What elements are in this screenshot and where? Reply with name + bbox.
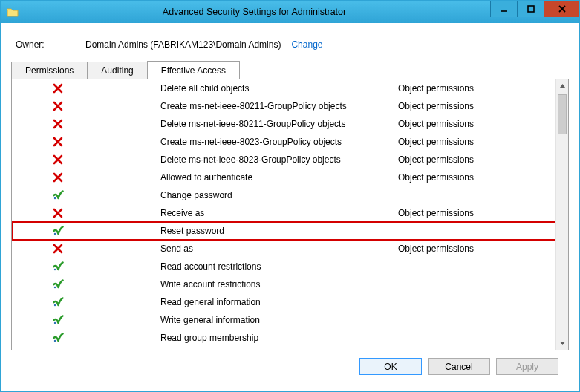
status-cell xyxy=(12,118,160,130)
table-row[interactable]: Read account restrictions xyxy=(12,258,555,275)
check-icon xyxy=(52,189,64,201)
permission-cell: Change password xyxy=(160,190,398,200)
status-cell xyxy=(12,100,160,112)
permission-cell: Write general information xyxy=(160,315,398,325)
deny-icon xyxy=(52,172,64,183)
permission-cell: Create ms-net-ieee-8023-GroupPolicy obje… xyxy=(160,137,398,147)
scroll-thumb[interactable] xyxy=(558,94,567,134)
permission-cell: Send as xyxy=(160,244,398,254)
access-limited-cell: Object permissions xyxy=(398,154,555,165)
check-icon xyxy=(52,332,64,344)
table-row[interactable]: Reset password xyxy=(12,222,555,240)
table-row[interactable]: Delete ms-net-ieee-80211-GroupPolicy obj… xyxy=(12,115,555,133)
table-row[interactable]: Read logon information xyxy=(12,347,555,350)
access-limited-cell: Object permissions xyxy=(398,137,555,147)
tab-auditing[interactable]: Auditing xyxy=(87,62,147,79)
svg-rect-4 xyxy=(528,6,534,12)
window-title: Advanced Security Settings for Administr… xyxy=(19,7,490,17)
status-cell xyxy=(12,207,160,219)
table-row[interactable]: Change password xyxy=(12,186,555,204)
access-limited-cell: Object permissions xyxy=(398,244,555,254)
status-cell xyxy=(12,296,160,308)
check-icon xyxy=(52,278,64,290)
scroll-up-button[interactable] xyxy=(556,79,568,92)
tab-effective-access[interactable]: Effective Access xyxy=(147,61,240,79)
table-row[interactable]: Send asObject permissions xyxy=(12,240,555,258)
status-cell xyxy=(12,243,160,255)
apply-button[interactable]: Apply xyxy=(496,358,558,375)
status-cell xyxy=(12,82,160,94)
window: Advanced Security Settings for Administr… xyxy=(0,0,580,392)
vertical-scrollbar[interactable] xyxy=(555,79,568,350)
deny-icon xyxy=(52,207,64,219)
table-row[interactable]: Delete all child objectsObject permissio… xyxy=(12,79,555,97)
ok-button[interactable]: OK xyxy=(359,358,422,375)
deny-icon xyxy=(52,118,64,130)
access-limited-cell: Object permissions xyxy=(398,119,555,129)
permissions-list: Delete all child objectsObject permissio… xyxy=(12,79,555,350)
owner-row: Owner: Domain Admins (FABRIKAM123\Domain… xyxy=(16,39,564,50)
status-cell xyxy=(12,154,160,166)
scroll-down-button[interactable] xyxy=(556,337,568,350)
check-icon xyxy=(52,296,64,308)
table-row[interactable]: Delete ms-net-ieee-8023-GroupPolicy obje… xyxy=(12,151,555,169)
permission-cell: Reset password xyxy=(160,226,398,236)
access-limited-cell: Object permissions xyxy=(398,101,555,111)
table-row[interactable]: Write general information xyxy=(12,311,555,329)
deny-icon xyxy=(52,154,64,166)
check-icon xyxy=(52,314,64,326)
permission-cell: Delete all child objects xyxy=(160,83,398,94)
permission-cell: Receive as xyxy=(160,208,398,218)
owner-label: Owner: xyxy=(16,39,85,50)
permission-cell: Write account restrictions xyxy=(160,279,398,290)
minimize-button[interactable] xyxy=(490,1,517,17)
close-button[interactable] xyxy=(544,1,579,17)
cancel-button[interactable]: Cancel xyxy=(428,358,490,375)
effective-access-panel: Delete all child objectsObject permissio… xyxy=(11,79,569,350)
status-cell xyxy=(12,225,160,237)
check-icon xyxy=(52,225,64,237)
change-owner-link[interactable]: Change xyxy=(291,39,322,50)
table-row[interactable]: Read group membership xyxy=(12,329,555,347)
permission-cell: Read group membership xyxy=(160,333,398,343)
access-limited-cell: Object permissions xyxy=(398,172,555,183)
dialog-footer: OK Cancel Apply xyxy=(11,350,569,384)
deny-icon xyxy=(52,136,64,148)
permission-cell: Delete ms-net-ieee-80211-GroupPolicy obj… xyxy=(160,119,398,129)
permission-cell: Delete ms-net-ieee-8023-GroupPolicy obje… xyxy=(160,154,398,165)
table-row[interactable]: Receive asObject permissions xyxy=(12,204,555,222)
table-row[interactable]: Read general information xyxy=(12,293,555,311)
content-area: Owner: Domain Admins (FABRIKAM123\Domain… xyxy=(1,23,579,391)
table-row[interactable]: Allowed to authenticateObject permission… xyxy=(12,169,555,186)
deny-icon xyxy=(52,82,64,94)
status-cell xyxy=(12,332,160,344)
permission-cell: Allowed to authenticate xyxy=(160,172,398,183)
table-row[interactable]: Create ms-net-ieee-8023-GroupPolicy obje… xyxy=(12,133,555,151)
status-cell xyxy=(12,136,160,148)
check-icon xyxy=(52,261,64,272)
permission-cell: Create ms-net-ieee-80211-GroupPolicy obj… xyxy=(160,101,398,111)
status-cell xyxy=(12,261,160,272)
status-cell xyxy=(12,314,160,326)
tab-bar: Permissions Auditing Effective Access xyxy=(11,62,569,79)
status-cell xyxy=(12,278,160,290)
tab-permissions[interactable]: Permissions xyxy=(11,62,88,79)
title-bar: Advanced Security Settings for Administr… xyxy=(1,1,579,23)
window-buttons xyxy=(490,1,579,23)
permission-cell: Read general information xyxy=(160,297,398,307)
owner-value: Domain Admins (FABRIKAM123\Domain Admins… xyxy=(85,39,281,50)
folder-icon xyxy=(7,7,19,17)
table-row[interactable]: Write account restrictions xyxy=(12,275,555,293)
status-cell xyxy=(12,189,160,201)
maximize-button[interactable] xyxy=(517,1,544,17)
access-limited-cell: Object permissions xyxy=(398,208,555,218)
permission-cell: Read account restrictions xyxy=(160,261,398,272)
deny-icon xyxy=(52,243,64,255)
status-cell xyxy=(12,172,160,183)
deny-icon xyxy=(52,100,64,112)
table-row[interactable]: Create ms-net-ieee-80211-GroupPolicy obj… xyxy=(12,97,555,115)
access-limited-cell: Object permissions xyxy=(398,83,555,94)
